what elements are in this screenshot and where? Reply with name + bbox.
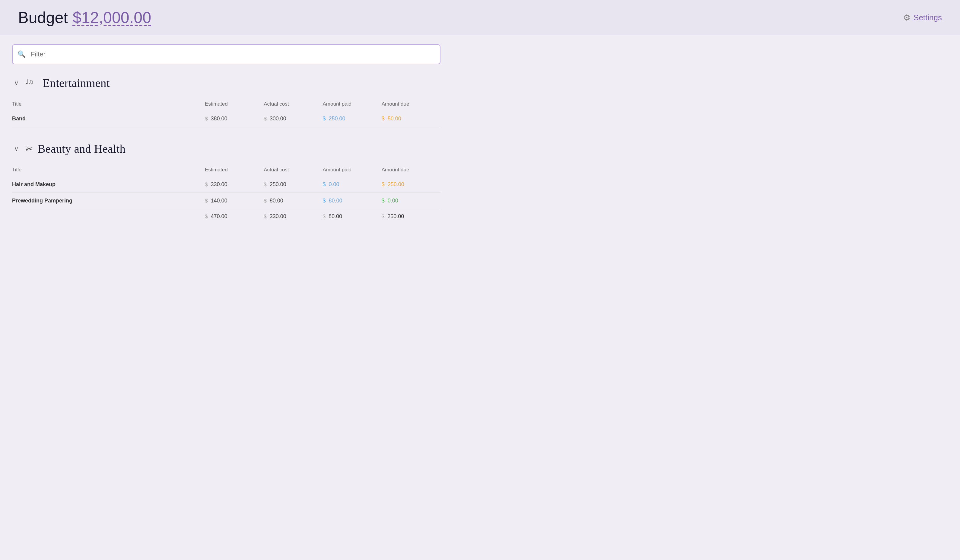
dollar-sign-icon: $ — [382, 214, 384, 220]
page-title: Budget $12,000.00 — [18, 8, 151, 27]
actual-cost-value: 250.00 — [270, 181, 286, 188]
estimated-value: 140.00 — [211, 198, 227, 204]
dollar-sign-icon: $ — [323, 181, 326, 188]
settings-label: Settings — [914, 13, 942, 22]
filter-input[interactable] — [12, 44, 440, 64]
filter-container: 🔍 — [12, 44, 440, 64]
table-row: Band$380.00$300.00$250.00$50.00 — [12, 111, 440, 127]
dollar-sign-icon: $ — [323, 198, 326, 204]
col-header-0: Title — [12, 165, 205, 176]
dollar-sign-icon: $ — [205, 116, 208, 122]
row-amount-paid: $250.00 — [323, 111, 382, 127]
col-header-4: Amount due — [382, 165, 440, 176]
row-estimated: $380.00 — [205, 111, 264, 127]
totals-label — [12, 209, 205, 225]
amount-paid-value: 250.00 — [329, 115, 346, 122]
dollar-sign-icon: $ — [382, 115, 385, 122]
row-estimated: $330.00 — [205, 176, 264, 193]
col-header-0: Title — [12, 99, 205, 111]
dollar-sign-icon: $ — [323, 214, 326, 220]
totals-value: 250.00 — [387, 213, 404, 220]
col-header-3: Amount paid — [323, 99, 382, 111]
dollar-sign-icon: $ — [205, 198, 208, 204]
row-amount-paid: $80.00 — [323, 193, 382, 209]
estimated-value: 380.00 — [211, 115, 227, 122]
col-header-4: Amount due — [382, 99, 440, 111]
budget-amount[interactable]: $12,000.00 — [73, 8, 151, 27]
hairdryer-icon: ✂ — [26, 143, 33, 155]
col-header-1: Estimated — [205, 165, 264, 176]
category-title-entertainment: Entertainment — [43, 76, 110, 90]
page-header: Budget $12,000.00 ⚙ Settings — [0, 0, 960, 35]
category-header-beauty-and-health: ∨✂Beauty and Health — [12, 139, 440, 158]
col-header-2: Actual cost — [264, 165, 323, 176]
totals-value: 470.00 — [211, 213, 227, 220]
row-title: Band — [12, 111, 205, 127]
row-amount-paid: $0.00 — [323, 176, 382, 193]
dollar-sign-icon: $ — [382, 181, 385, 188]
col-header-1: Estimated — [205, 99, 264, 111]
dollar-sign-icon: $ — [382, 198, 385, 204]
row-estimated: $140.00 — [205, 193, 264, 209]
chevron-down-icon-beauty-and-health[interactable]: ∨ — [12, 144, 21, 153]
search-icon: 🔍 — [18, 50, 26, 58]
row-amount-due: $50.00 — [382, 111, 440, 127]
dollar-sign-icon: $ — [323, 115, 326, 122]
dollar-sign-icon: $ — [205, 214, 208, 220]
music-icon: ♩♫ — [26, 76, 38, 90]
category-section-entertainment: ∨♩♫EntertainmentTitleEstimatedActual cos… — [12, 73, 440, 127]
dollar-sign-icon: $ — [264, 116, 266, 122]
row-amount-due: $0.00 — [382, 193, 440, 209]
chevron-down-icon-entertainment[interactable]: ∨ — [12, 79, 21, 87]
dollar-sign-icon: $ — [205, 182, 208, 188]
dollar-sign-icon: $ — [264, 198, 266, 204]
row-title: Prewedding Pampering — [12, 193, 205, 209]
row-actual-cost: $250.00 — [264, 176, 323, 193]
main-content: 🔍 ∨♩♫EntertainmentTitleEstimatedActual c… — [0, 35, 453, 246]
totals-actual_cost: $330.00 — [264, 209, 323, 225]
row-amount-due: $250.00 — [382, 176, 440, 193]
actual-cost-value: 300.00 — [270, 115, 286, 122]
amount-paid-value: 0.00 — [329, 181, 339, 188]
dollar-sign-icon: $ — [264, 182, 266, 188]
amount-paid-value: 80.00 — [329, 198, 342, 204]
totals-amount_due: $250.00 — [382, 209, 440, 225]
actual-cost-value: 80.00 — [270, 198, 283, 204]
totals-value: 330.00 — [270, 213, 286, 220]
totals-row: $470.00$330.00$80.00$250.00 — [12, 209, 440, 225]
totals-amount_paid: $80.00 — [323, 209, 382, 225]
row-title: Hair and Makeup — [12, 176, 205, 193]
totals-value: 80.00 — [328, 213, 342, 220]
col-header-2: Actual cost — [264, 99, 323, 111]
settings-button[interactable]: ⚙ Settings — [903, 13, 942, 22]
gear-icon: ⚙ — [903, 13, 910, 22]
category-header-entertainment: ∨♩♫Entertainment — [12, 73, 440, 93]
estimated-value: 330.00 — [211, 181, 227, 188]
category-section-beauty-and-health: ∨✂Beauty and HealthTitleEstimatedActual … — [12, 139, 440, 224]
svg-text:♩♫: ♩♫ — [26, 78, 33, 86]
dollar-sign-icon: $ — [264, 214, 266, 220]
budget-table-entertainment: TitleEstimatedActual costAmount paidAmou… — [12, 99, 440, 127]
col-header-3: Amount paid — [323, 165, 382, 176]
budget-label: Budget — [18, 8, 68, 27]
totals-estimated: $470.00 — [205, 209, 264, 225]
row-actual-cost: $80.00 — [264, 193, 323, 209]
row-actual-cost: $300.00 — [264, 111, 323, 127]
budget-table-beauty-and-health: TitleEstimatedActual costAmount paidAmou… — [12, 165, 440, 224]
amount-due-value: 50.00 — [388, 115, 401, 122]
categories-container: ∨♩♫EntertainmentTitleEstimatedActual cos… — [12, 73, 440, 224]
amount-due-value: 0.00 — [388, 198, 398, 204]
amount-due-value: 250.00 — [388, 181, 404, 188]
category-title-beauty-and-health: Beauty and Health — [38, 142, 125, 155]
table-row: Prewedding Pampering$140.00$80.00$80.00$… — [12, 193, 440, 209]
table-row: Hair and Makeup$330.00$250.00$0.00$250.0… — [12, 176, 440, 193]
